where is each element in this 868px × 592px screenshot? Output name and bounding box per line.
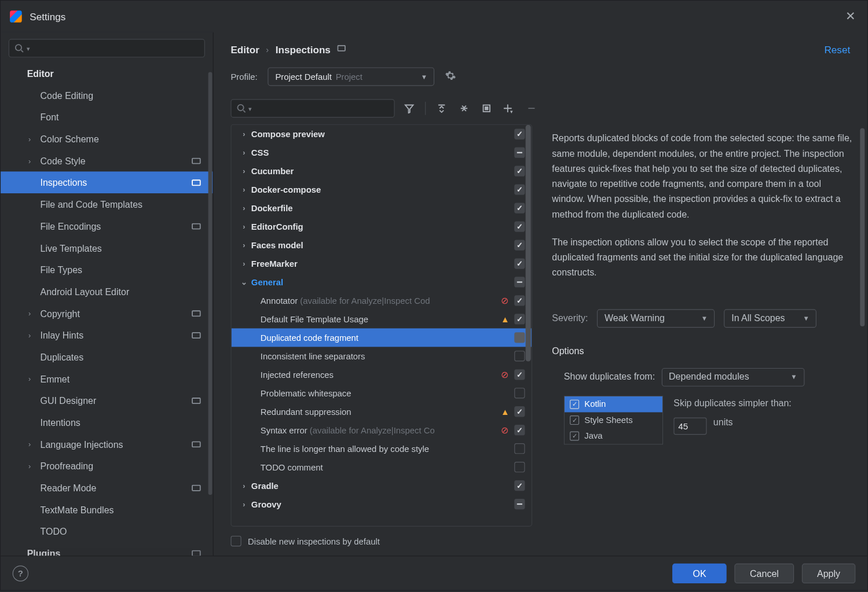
inspection-row[interactable]: ›Groovy: [232, 495, 532, 513]
sidebar-scrollbar[interactable]: [207, 72, 213, 556]
window-title: Settings: [30, 11, 65, 22]
inspection-row[interactable]: Default File Template Usage▲: [232, 310, 532, 328]
inspection-scrollbar[interactable]: [525, 125, 531, 526]
show-duplicates-combo[interactable]: Depended modules▼: [661, 368, 804, 387]
reset-defaults-button[interactable]: [479, 101, 495, 116]
skip-label: Skip duplicates simpler than:: [673, 396, 791, 411]
inspection-checkbox[interactable]: [514, 295, 525, 306]
inspection-checkbox[interactable]: [514, 332, 525, 343]
sidebar-item[interactable]: File Encodings: [1, 215, 213, 237]
breadcrumb-root: Editor: [230, 44, 259, 55]
sidebar-item[interactable]: ›Copyright: [1, 303, 213, 325]
sidebar-group-editor[interactable]: Editor: [1, 62, 213, 84]
inspection-checkbox[interactable]: [514, 443, 525, 454]
sidebar-item[interactable]: File and Code Templates: [1, 194, 213, 216]
inspection-checkbox[interactable]: [514, 406, 525, 417]
add-button[interactable]: ▾: [501, 101, 517, 116]
sidebar-item[interactable]: ›Inlay Hints: [1, 325, 213, 347]
detail-scrollbar[interactable]: [860, 128, 865, 326]
profile-settings-button[interactable]: [445, 70, 456, 83]
inspection-row[interactable]: ›Faces model: [232, 236, 532, 255]
inspection-checkbox[interactable]: [514, 258, 525, 269]
disable-new-checkbox[interactable]: [230, 536, 241, 546]
filter-button[interactable]: [401, 101, 417, 116]
svg-rect-5: [192, 311, 200, 316]
inspection-checkbox[interactable]: [514, 369, 525, 380]
inspection-checkbox[interactable]: [514, 480, 525, 491]
inspection-row[interactable]: Syntax error (available for Analyze|Insp…: [232, 421, 532, 439]
sidebar-item[interactable]: ›Language Injections: [1, 433, 213, 455]
sidebar-item[interactable]: Intentions: [1, 411, 213, 433]
sidebar-item[interactable]: File Types: [1, 259, 213, 281]
svg-point-12: [237, 105, 243, 111]
language-item[interactable]: Style Sheets: [565, 412, 662, 428]
language-item[interactable]: Java: [565, 428, 662, 444]
inspection-row[interactable]: ›Dockerfile: [232, 199, 532, 218]
sidebar-item[interactable]: Code Editing: [1, 84, 213, 106]
expand-all-button[interactable]: [434, 101, 449, 116]
sidebar-item[interactable]: Inspections: [1, 172, 213, 194]
inspection-checkbox[interactable]: [514, 185, 525, 195]
inspection-checkbox[interactable]: [514, 221, 525, 231]
inspection-row[interactable]: ⌄General: [232, 273, 532, 292]
options-header: Options: [552, 343, 855, 358]
skip-value-field[interactable]: [673, 418, 706, 435]
inspection-row[interactable]: ›Docker-compose: [232, 181, 532, 199]
inspection-row[interactable]: Problematic whitespace: [232, 384, 532, 402]
reset-link[interactable]: Reset: [824, 44, 850, 55]
language-item[interactable]: Kotlin: [565, 396, 662, 412]
severity-combo[interactable]: Weak Warning▼: [597, 309, 715, 328]
help-button[interactable]: ?: [13, 565, 28, 581]
sidebar-item[interactable]: Reader Mode: [1, 477, 213, 499]
sidebar-item[interactable]: TODO: [1, 521, 213, 543]
ok-button[interactable]: OK: [672, 563, 727, 583]
inspection-row[interactable]: ›CSS: [232, 144, 532, 162]
inspection-row[interactable]: Inconsistent line separators: [232, 347, 532, 365]
inspection-checkbox[interactable]: [514, 277, 525, 287]
sidebar-item[interactable]: Duplicates: [1, 346, 213, 368]
inspection-checkbox[interactable]: [514, 129, 525, 139]
scope-combo[interactable]: In All Scopes▼: [724, 309, 817, 328]
inspection-row[interactable]: Injected references⊘: [232, 365, 532, 384]
sidebar-item[interactable]: Font: [1, 106, 213, 128]
inspection-row[interactable]: Duplicated code fragment: [232, 328, 532, 347]
inspection-row[interactable]: ›Cucumber: [232, 162, 532, 181]
inspection-row[interactable]: Annotator (available for Analyze|Inspect…: [232, 291, 532, 310]
inspection-checkbox[interactable]: [514, 166, 525, 177]
sidebar-item[interactable]: Live Templates: [1, 237, 213, 259]
inspection-checkbox[interactable]: [514, 425, 525, 435]
inspection-checkbox[interactable]: [514, 148, 525, 158]
inspection-checkbox[interactable]: [514, 462, 525, 472]
sidebar-item[interactable]: ›Code Style: [1, 150, 213, 172]
inspection-row[interactable]: ›Gradle: [232, 476, 532, 495]
sidebar-item[interactable]: ›Color Scheme: [1, 128, 213, 150]
sidebar-group-plugins[interactable]: Plugins: [1, 542, 213, 556]
severity-label: Severity:: [552, 311, 588, 326]
inspection-checkbox[interactable]: [514, 240, 525, 250]
sidebar-item[interactable]: ›Emmet: [1, 368, 213, 390]
inspection-checkbox[interactable]: [514, 314, 525, 324]
sidebar-item[interactable]: Android Layout Editor: [1, 281, 213, 303]
disable-new-label: Disable new inspections by default: [248, 536, 380, 546]
sidebar-item[interactable]: GUI Designer: [1, 390, 213, 412]
collapse-all-button[interactable]: [456, 101, 472, 116]
inspection-checkbox[interactable]: [514, 351, 525, 361]
inspection-row[interactable]: The line is longer than allowed by code …: [232, 439, 532, 458]
inspection-checkbox[interactable]: [514, 203, 525, 213]
inspection-checkbox[interactable]: [514, 388, 525, 398]
sidebar-item[interactable]: TextMate Bundles: [1, 499, 213, 521]
inspection-row[interactable]: ›EditorConfig: [232, 218, 532, 236]
apply-button[interactable]: Apply: [802, 563, 856, 583]
language-list[interactable]: KotlinStyle SheetsJava: [564, 396, 663, 444]
profile-combo[interactable]: Project Default Project ▼: [268, 67, 435, 86]
sidebar-item[interactable]: ›Proofreading: [1, 455, 213, 477]
inspection-search-input[interactable]: ▾: [230, 99, 394, 117]
inspection-row[interactable]: Redundant suppression▲: [232, 402, 532, 421]
inspection-row[interactable]: ›FreeMarker: [232, 255, 532, 273]
sidebar-search-input[interactable]: ▾: [9, 39, 205, 57]
inspection-checkbox[interactable]: [514, 499, 525, 509]
cancel-button[interactable]: Cancel: [735, 563, 794, 583]
close-button[interactable]: ✕: [843, 6, 858, 26]
inspection-row[interactable]: TODO comment: [232, 458, 532, 476]
inspection-row[interactable]: ›Compose preview: [232, 125, 532, 144]
